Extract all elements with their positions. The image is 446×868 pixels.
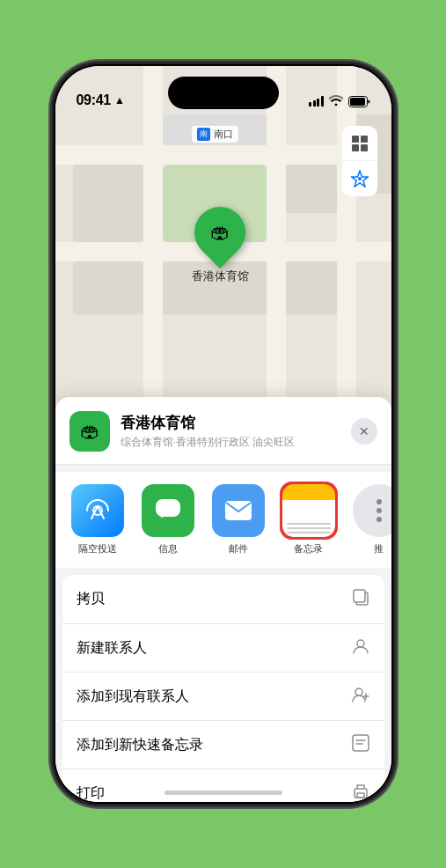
location-description: 综合体育馆·香港特别行政区 油尖旺区 [121,435,340,450]
action-quick-note[interactable]: 添加到新快速备忘录 [62,721,384,769]
add-to-contact-label: 添加到现有联系人 [77,688,189,706]
location-arrow-icon: ▲ [114,94,125,107]
svg-rect-11 [354,590,365,602]
map-controls [342,126,377,196]
marker-pin: 🏟 [184,196,256,268]
close-button[interactable]: ✕ [351,418,377,445]
location-header-icon: 🏟 [69,411,110,452]
svg-rect-14 [353,735,369,751]
notes-label: 备忘录 [294,542,323,555]
svg-rect-5 [361,144,368,151]
marker-label: 香港体育馆 [192,268,249,284]
wifi-icon [329,94,343,108]
copy-icon [351,587,370,611]
map-area[interactable]: 南 南口 [55,66,391,436]
new-contact-label: 新建联系人 [77,639,147,658]
svg-rect-4 [352,144,359,151]
notes-icon [282,484,335,537]
map-layers-button[interactable] [342,126,377,161]
print-icon [351,782,370,802]
more-label: 推 [374,542,384,555]
svg-rect-3 [361,136,368,143]
mail-icon [212,484,265,537]
battery-icon [348,96,370,107]
action-copy[interactable]: 拷贝 [62,575,384,624]
status-time: 09:41 [77,92,111,108]
share-messages[interactable]: 信息 [140,484,196,555]
status-icons [309,94,370,108]
svg-rect-8 [156,499,180,517]
bottom-sheet: 🏟 香港体育馆 综合体育馆·香港特别行政区 油尖旺区 ✕ [55,397,391,802]
messages-icon [142,484,194,537]
share-airdrop[interactable]: 隔空投送 [69,484,126,555]
new-contact-icon [351,636,370,659]
add-to-contact-icon [351,685,370,708]
stadium-marker[interactable]: 🏟 香港体育馆 [192,207,249,284]
copy-label: 拷贝 [77,590,105,608]
print-label: 打印 [77,784,105,803]
phone-frame: 09:41 ▲ [52,63,395,805]
location-name: 香港体育馆 [121,413,340,433]
svg-point-12 [357,640,364,647]
svg-rect-1 [350,98,365,106]
quick-note-label: 添加到新快速备忘录 [77,736,203,754]
home-indicator [165,791,282,795]
svg-point-6 [358,177,362,180]
notes-icon-wrapper [282,484,335,537]
location-button[interactable] [342,161,377,196]
share-notes[interactable]: 备忘录 [281,484,337,555]
more-icon [353,484,391,537]
svg-point-13 [355,688,362,695]
action-new-contact[interactable]: 新建联系人 [62,624,384,673]
svg-rect-16 [357,793,364,798]
share-mail[interactable]: 邮件 [210,484,267,555]
phone-screen: 09:41 ▲ [55,66,391,802]
map-south-entrance-label: 南 南口 [192,126,238,143]
svg-rect-2 [352,136,359,143]
location-info: 香港体育馆 综合体育馆·香港特别行政区 油尖旺区 [121,413,340,450]
mail-label: 邮件 [229,542,248,555]
action-list: 拷贝 新建联系人 [62,575,384,802]
action-add-to-contact[interactable]: 添加到现有联系人 [62,673,384,721]
messages-label: 信息 [158,542,178,555]
stadium-icon: 🏟 [210,221,230,244]
signal-bars-icon [309,96,324,107]
dynamic-island [168,77,279,109]
airdrop-icon [71,484,124,537]
action-print[interactable]: 打印 [62,769,384,802]
share-more[interactable]: 推 [351,484,391,555]
airdrop-label: 隔空投送 [78,542,117,555]
location-header: 🏟 香港体育馆 综合体育馆·香港特别行政区 油尖旺区 ✕ [55,397,391,465]
share-row: 隔空投送 信息 [55,472,391,568]
quick-note-icon [351,733,370,756]
